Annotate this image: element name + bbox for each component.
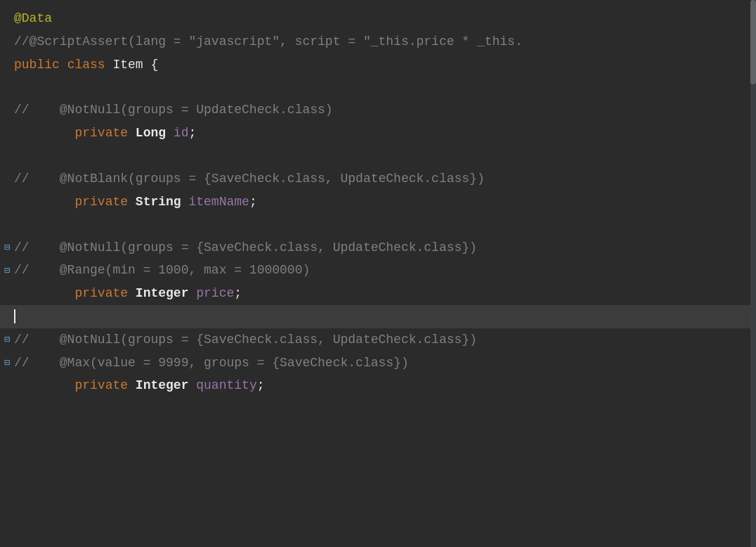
code-line: private Long id; [0, 122, 756, 145]
token-comment: // @NotNull(groups = {SaveCheck.class, U… [14, 333, 477, 347]
code-line: ⊟// @NotNull(groups = {SaveCheck.class, … [0, 236, 756, 259]
code-content: // @NotNull(groups = UpdateCheck.class) [14, 100, 756, 120]
code-line: ⊟// @Max(value = 9999, groups = {SaveChe… [0, 352, 756, 375]
code-line: private String itemName; [0, 191, 756, 214]
code-content: // @NotNull(groups = {SaveCheck.class, U… [14, 238, 756, 258]
gutter-minus-icon[interactable]: ⊟ [1, 263, 13, 278]
code-line [0, 214, 756, 236]
token-field-name: price [196, 286, 234, 300]
token-plain: Item { [112, 58, 158, 72]
token-comment: // @Range(min = 1000, max = 1000000) [14, 263, 310, 277]
token-plain [14, 378, 74, 392]
code-content: public class Item { [14, 55, 756, 75]
token-plain [14, 126, 74, 140]
token-type-name: Long [136, 126, 174, 140]
gutter-minus-icon[interactable]: ⊟ [1, 355, 13, 371]
code-line: ⊟// @Range(min = 1000, max = 1000000) [0, 259, 756, 282]
code-line [0, 305, 756, 328]
token-annotation: @Data [14, 11, 52, 25]
code-line: // @NotNull(groups = UpdateCheck.class) [0, 98, 756, 122]
code-content: // @Max(value = 9999, groups = {SaveChec… [14, 353, 756, 373]
token-field-name: itemName [188, 195, 249, 209]
code-line [0, 145, 756, 167]
token-plain: ; [234, 286, 242, 300]
gutter-minus-icon[interactable]: ⊟ [1, 240, 13, 255]
code-content: private Integer quantity; [14, 375, 756, 396]
token-plain [14, 195, 74, 209]
code-line: //@ScriptAssert(lang = "javascript", scr… [0, 30, 756, 53]
token-plain [14, 286, 74, 300]
token-keyword-private: private [74, 126, 135, 140]
code-content: private String itemName; [14, 192, 756, 212]
code-line: public class Item { [0, 53, 756, 77]
token-plain: ; [257, 378, 265, 392]
code-line: // @NotBlank(groups = {SaveCheck.class, … [0, 167, 756, 191]
token-keyword-private: private [74, 286, 135, 300]
token-comment: //@ScriptAssert(lang = "javascript", scr… [14, 34, 523, 49]
code-content [14, 307, 756, 327]
token-type-name: Integer [136, 378, 196, 392]
token-type-name: String [136, 195, 189, 209]
gutter-minus-icon[interactable]: ⊟ [1, 332, 13, 347]
token-field-name: id [174, 126, 189, 140]
token-comment: // @NotNull(groups = {SaveCheck.class, U… [14, 240, 477, 255]
text-cursor [14, 309, 15, 323]
code-content: // @NotNull(groups = {SaveCheck.class, U… [14, 330, 756, 350]
code-editor[interactable]: @Data//@ScriptAssert(lang = "javascript"… [0, 0, 756, 547]
token-comment: // @Max(value = 9999, groups = {SaveChec… [14, 356, 409, 370]
scrollbar-thumb[interactable] [750, 0, 756, 84]
token-keyword-private: private [74, 378, 135, 392]
code-line: ⊟// @NotNull(groups = {SaveCheck.class, … [0, 328, 756, 352]
code-content: //@ScriptAssert(lang = "javascript", scr… [14, 32, 756, 52]
scrollbar[interactable] [750, 0, 756, 547]
token-type-name: Integer [136, 286, 196, 300]
code-line [0, 76, 756, 98]
token-field-name: quantity [196, 378, 256, 392]
token-keyword-private: private [74, 195, 135, 209]
code-line: @Data [0, 7, 756, 30]
token-plain: ; [188, 126, 196, 140]
token-keyword-class: class [67, 58, 113, 72]
token-keyword-public: public [14, 58, 67, 72]
code-content: // @NotBlank(groups = {SaveCheck.class, … [14, 169, 756, 189]
code-line: private Integer quantity; [0, 374, 756, 397]
code-content: @Data [14, 8, 756, 29]
code-content: // @Range(min = 1000, max = 1000000) [14, 260, 756, 281]
code-line: private Integer price; [0, 282, 756, 305]
code-content: private Integer price; [14, 283, 756, 304]
token-comment: // @NotBlank(groups = {SaveCheck.class, … [14, 172, 485, 186]
code-content: private Long id; [14, 123, 756, 143]
token-comment: // @NotNull(groups = UpdateCheck.class) [14, 103, 333, 117]
token-plain: ; [249, 195, 257, 209]
